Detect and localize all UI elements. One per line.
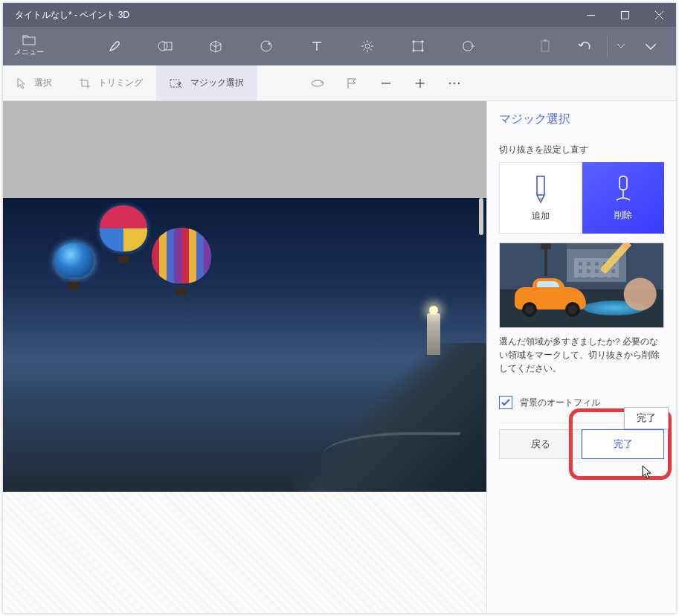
brush-tool[interactable] bbox=[107, 39, 122, 54]
divider bbox=[607, 36, 608, 57]
eraser-icon bbox=[614, 175, 633, 203]
svg-rect-4 bbox=[23, 37, 35, 45]
done-tooltip: 完了 bbox=[624, 407, 669, 429]
secondary-icons bbox=[257, 77, 461, 90]
more-button[interactable] bbox=[448, 77, 461, 90]
canvas-padding-top bbox=[3, 101, 486, 198]
window-title: タイトルなし* - ペイント 3D bbox=[3, 9, 573, 22]
ribbon-right bbox=[530, 27, 676, 65]
ribbon: メニュー bbox=[3, 27, 676, 65]
help-text: 選んだ領域が多すぎましたか? 必要のない領域をマークして、切り抜きから削除してく… bbox=[499, 336, 664, 375]
balloon-medium bbox=[100, 205, 147, 266]
app-window: タイトルなし* - ペイント 3D メニュー bbox=[3, 3, 676, 613]
svg-point-5 bbox=[158, 42, 167, 51]
svg-point-8 bbox=[365, 44, 370, 48]
crop-tool[interactable]: トリミング bbox=[65, 65, 156, 100]
rotate-3d-button[interactable] bbox=[311, 77, 324, 90]
svg-line-13 bbox=[364, 42, 365, 44]
minimize-button[interactable] bbox=[573, 3, 608, 27]
main-area: マジック選択 切り抜きを設定し直す 追加 bbox=[3, 101, 676, 613]
back-label: 戻る bbox=[531, 437, 550, 451]
mouse-cursor-icon bbox=[641, 465, 653, 480]
svg-rect-28 bbox=[170, 80, 179, 87]
maximize-button[interactable] bbox=[608, 3, 642, 27]
canvas-area[interactable] bbox=[3, 101, 486, 613]
svg-rect-36 bbox=[620, 176, 627, 190]
menu-button[interactable]: メニュー bbox=[3, 27, 55, 65]
cursor-icon bbox=[16, 77, 27, 89]
add-label: 追加 bbox=[532, 210, 550, 222]
balloon-small bbox=[55, 243, 94, 289]
canvas-tool[interactable] bbox=[411, 39, 425, 54]
done-button[interactable]: 完了 bbox=[582, 429, 664, 459]
refine-label: 切り抜きを設定し直す bbox=[499, 144, 664, 156]
svg-rect-27 bbox=[544, 39, 547, 42]
button-row: 戻る 完了 完了 bbox=[499, 429, 664, 459]
titlebar: タイトルなし* - ペイント 3D bbox=[3, 3, 676, 27]
sidebar: マジック選択 切り抜きを設定し直す 追加 bbox=[486, 101, 676, 613]
autofill-label: 背景のオートフィル bbox=[520, 397, 600, 409]
checkbox-icon bbox=[499, 396, 512, 409]
svg-point-34 bbox=[454, 82, 456, 84]
undo-button[interactable] bbox=[568, 27, 601, 65]
svg-point-7 bbox=[261, 41, 271, 51]
svg-line-16 bbox=[364, 49, 365, 51]
expand-button[interactable] bbox=[634, 27, 667, 65]
cliff bbox=[293, 343, 486, 492]
shapes-2d-tool[interactable] bbox=[158, 39, 173, 54]
svg-point-33 bbox=[449, 82, 451, 84]
history-dropdown[interactable] bbox=[614, 27, 628, 65]
flag-button[interactable] bbox=[345, 77, 358, 90]
crop-label: トリミング bbox=[98, 77, 143, 89]
magic-select-tool[interactable]: マジック選択 bbox=[156, 65, 257, 100]
svg-point-29 bbox=[312, 80, 324, 86]
paste-button[interactable] bbox=[530, 27, 562, 65]
svg-line-14 bbox=[370, 49, 372, 51]
canvas-image[interactable] bbox=[3, 198, 486, 492]
svg-rect-6 bbox=[164, 42, 172, 50]
svg-point-35 bbox=[458, 82, 460, 84]
remove-tool-card[interactable]: 削除 bbox=[582, 162, 664, 234]
canvas-padding-bottom bbox=[3, 492, 486, 613]
shapes-3d-tool[interactable] bbox=[208, 39, 223, 54]
back-button[interactable]: 戻る bbox=[499, 429, 582, 459]
svg-rect-17 bbox=[413, 42, 422, 51]
effects-tool[interactable] bbox=[360, 39, 375, 54]
svg-rect-1 bbox=[621, 11, 628, 19]
ribbon-tools bbox=[55, 27, 530, 65]
zoom-out-button[interactable] bbox=[379, 77, 393, 90]
refine-tools: 追加 削除 bbox=[499, 162, 664, 234]
close-button[interactable] bbox=[642, 3, 676, 27]
balloon-large bbox=[152, 228, 211, 302]
svg-rect-26 bbox=[541, 41, 549, 51]
vertical-scrollbar[interactable] bbox=[479, 198, 483, 235]
zoom-in-button[interactable] bbox=[413, 77, 427, 90]
done-label: 完了 bbox=[614, 437, 633, 451]
folder-icon bbox=[22, 35, 36, 45]
stickers-tool[interactable] bbox=[259, 39, 274, 54]
add-tool-card[interactable]: 追加 bbox=[499, 162, 582, 234]
secondary-toolbar: 選択 トリミング マジック選択 bbox=[3, 65, 676, 101]
svg-line-15 bbox=[370, 42, 372, 44]
sidebar-title: マジック選択 bbox=[499, 112, 664, 127]
select-label: 選択 bbox=[34, 77, 52, 89]
library-3d-tool[interactable] bbox=[461, 39, 476, 54]
magic-select-label: マジック選択 bbox=[190, 77, 244, 89]
menu-label: メニュー bbox=[14, 47, 44, 57]
pencil-icon bbox=[532, 174, 549, 204]
text-tool[interactable] bbox=[309, 39, 324, 54]
crop-icon bbox=[79, 77, 91, 89]
remove-label: 削除 bbox=[614, 209, 632, 222]
magic-select-icon bbox=[170, 77, 183, 89]
lighthouse bbox=[427, 313, 440, 355]
preview-image bbox=[499, 243, 664, 328]
select-tool[interactable]: 選択 bbox=[3, 65, 65, 100]
